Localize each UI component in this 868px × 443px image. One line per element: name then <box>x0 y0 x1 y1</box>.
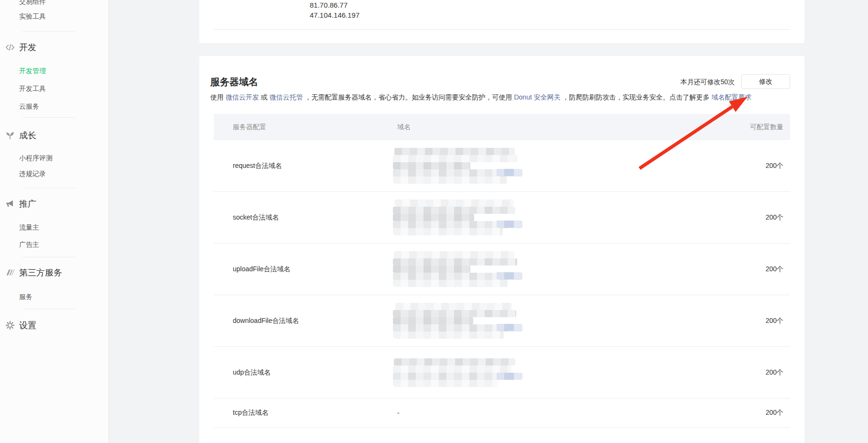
top-card: 81.70.86.77 47.104.146.197 <box>199 0 804 43</box>
row-count: 200个 <box>709 162 790 170</box>
description-text: ，无需配置服务器域名，省心省力。如业务访问需要安全防护，可使用 <box>303 93 514 101</box>
megaphone-icon <box>5 199 15 209</box>
description-text: 或 <box>259 93 270 101</box>
sidebar-item-cloud-service[interactable]: 云服务 <box>19 103 39 110</box>
sidebar-divider <box>22 117 75 118</box>
domain-table: 服务器配置 域名 可配置数量 request合法域名 2 <box>214 114 790 443</box>
sidebar-item-service[interactable]: 服务 <box>19 293 33 300</box>
quota-remaining-text: 本月还可修改50次 <box>680 78 735 87</box>
description-text: 使用 <box>210 93 226 101</box>
column-header-configurable-count: 可配置数量 <box>709 123 790 132</box>
sidebar-section-label: 推广 <box>19 199 36 208</box>
sidebar-section-label: 开发 <box>19 43 36 52</box>
table-row: downloadFile合法域名 200个 <box>214 295 790 347</box>
third-party-icon <box>5 267 15 278</box>
link-wechat-cloud-dev[interactable]: 微信云开发 <box>226 93 259 101</box>
sidebar-divider <box>22 257 75 257</box>
sidebar-item-develop-tools[interactable]: 开发工具 <box>19 85 46 92</box>
row-label: uploadFile合法域名 <box>214 265 393 274</box>
sidebar-item-trade-components[interactable]: 交易组件 <box>19 0 46 5</box>
row-label: request合法域名 <box>214 162 393 170</box>
row-count: 200个 <box>709 409 790 417</box>
code-icon <box>5 42 15 53</box>
sidebar-item-traffic-owner[interactable]: 流量主 <box>19 224 39 231</box>
row-count: 200个 <box>709 317 790 325</box>
description: 使用 微信云开发 或 微信云托管 ，无需配置服务器域名，省心省力。如业务访问需要… <box>210 92 751 102</box>
table-row: udp合法域名 200个 <box>214 347 790 399</box>
column-header-server-config: 服务器配置 <box>214 123 393 132</box>
table-row: uploadFile合法域名 200个 <box>214 244 790 295</box>
modify-button[interactable]: 修改 <box>741 74 790 89</box>
sidebar-divider <box>22 188 75 188</box>
table-header-row: 服务器配置 域名 可配置数量 <box>214 114 790 140</box>
sidebar-item-miniprogram-evaluation[interactable]: 小程序评测 <box>19 155 53 161</box>
row-count: 200个 <box>709 265 790 274</box>
ip-address: 47.104.146.197 <box>310 10 359 20</box>
row-label: socket合法域名 <box>214 213 393 222</box>
domain-value: - <box>393 409 709 417</box>
row-count: 200个 <box>709 368 790 377</box>
masked-domain-value <box>393 303 522 339</box>
link-domain-config-requirements[interactable]: 域名配置要求 <box>711 93 751 101</box>
link-donut-security-gateway[interactable]: Donut 安全网关 <box>514 93 560 101</box>
sidebar-item-violation-records[interactable]: 违规记录 <box>19 170 46 177</box>
masked-domain-value <box>393 358 522 387</box>
row-label: tcp合法域名 <box>214 409 393 417</box>
page: 交易组件 实验工具 开发 开发管理 开发工具 云服务 成长 <box>0 0 868 443</box>
sidebar-item-advertiser[interactable]: 广告主 <box>19 241 39 248</box>
sidebar-section-label: 第三方服务 <box>19 268 62 277</box>
row-count: 200个 <box>709 213 790 222</box>
ip-address-list: 81.70.86.77 47.104.146.197 <box>310 0 359 20</box>
masked-domain-value <box>393 251 522 287</box>
table-row: DNS预解析域名 5个 <box>214 428 790 443</box>
divider <box>214 29 790 30</box>
table-row: socket合法域名 200个 <box>214 192 790 244</box>
sidebar: 交易组件 实验工具 开发 开发管理 开发工具 云服务 成长 <box>0 0 109 443</box>
description-text: ，防爬防刷防攻击，实现业务安全。点击了解更多 <box>561 93 712 101</box>
column-header-domain: 域名 <box>393 123 709 132</box>
page-title: 服务器域名 <box>210 76 258 89</box>
masked-domain-value <box>393 148 522 184</box>
table-row: request合法域名 200个 <box>214 140 790 192</box>
sidebar-divider <box>22 309 75 309</box>
server-domain-card: 服务器域名 本月还可修改50次 修改 使用 微信云开发 或 微信云托管 ，无需配… <box>199 56 804 443</box>
sidebar-section-label: 成长 <box>19 131 36 140</box>
sidebar-item-experiment-tools[interactable]: 实验工具 <box>19 13 46 20</box>
gear-icon <box>5 320 15 331</box>
row-label: udp合法域名 <box>214 368 393 377</box>
sprout-icon <box>5 130 15 141</box>
link-wechat-cloud-hosting[interactable]: 微信云托管 <box>270 93 303 101</box>
table-row: tcp合法域名 - 200个 <box>214 399 790 428</box>
ip-address: 81.70.86.77 <box>310 0 359 10</box>
row-label: downloadFile合法域名 <box>214 317 393 325</box>
sidebar-section-label: 设置 <box>19 321 36 330</box>
sidebar-divider <box>22 31 75 32</box>
masked-domain-value <box>393 199 522 235</box>
sidebar-item-develop-management[interactable]: 开发管理 <box>19 67 46 74</box>
